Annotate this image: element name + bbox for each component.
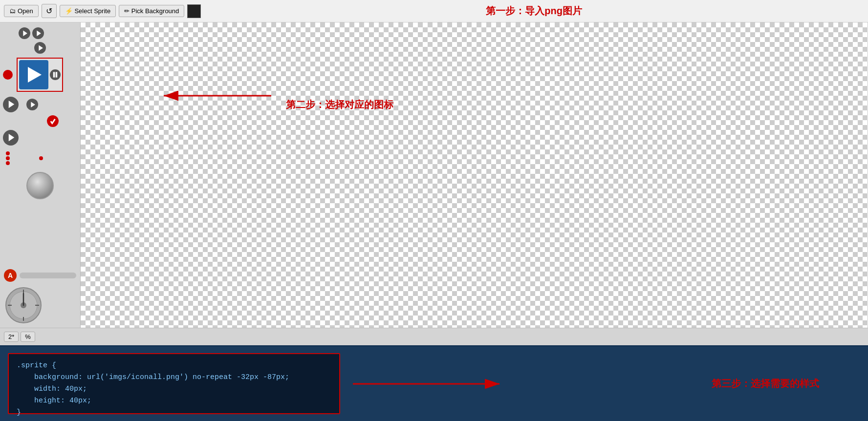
animation-button[interactable]: A (4, 269, 17, 282)
zoom-2x-button[interactable]: 2* (4, 332, 19, 342)
sprite-icon-check[interactable] (47, 115, 59, 127)
open-label: Open (18, 7, 33, 15)
pick-bg-label: ✏ Pick Background (124, 7, 179, 15)
code-line-5: } (17, 407, 331, 419)
pick-background-button[interactable]: ✏ Pick Background (119, 5, 184, 17)
svg-rect-5 (56, 72, 58, 77)
sprite-icon-play-5[interactable] (26, 99, 38, 110)
folder-icon: 🗂 (9, 7, 16, 15)
page-title: 第一步：导入png图片 (204, 4, 864, 18)
sprite-row-dots3 (3, 161, 77, 165)
sprite-row-2 (3, 41, 77, 55)
toolbar: 🗂 Open ↺ ⚡ Select Sprite ✏ Pick Backgrou… (0, 0, 868, 22)
refresh-button[interactable]: ↺ (42, 4, 57, 18)
zoom-percent-button[interactable]: % (21, 332, 35, 342)
canvas-area: 第二步：选择对应的图标 (81, 22, 868, 328)
svg-marker-3 (28, 67, 42, 83)
svg-marker-8 (9, 134, 15, 141)
sprite-row-dots2 (3, 156, 77, 160)
code-box: .sprite { background: url('imgs/iconall.… (8, 353, 340, 414)
svg-marker-6 (9, 101, 15, 108)
pause-button[interactable] (50, 69, 61, 80)
code-arrow-area: 第三步：选择需要的样式 (348, 346, 868, 421)
left-panel: A (0, 22, 81, 328)
sprite-icon-record[interactable] (3, 70, 13, 80)
sprite-icon-play-6[interactable] (3, 130, 19, 146)
svg-marker-0 (23, 30, 27, 36)
sprite-icon-play-4[interactable] (3, 97, 19, 112)
zoom-bar: 2* % (0, 328, 868, 345)
sprite-row-5 (3, 115, 77, 127)
sprite-icon-label: ⚡ Select Sprite (65, 7, 110, 15)
svg-marker-1 (37, 30, 41, 36)
sprite-row-1 (3, 26, 77, 40)
slider-area: A (0, 267, 80, 284)
svg-marker-2 (39, 45, 43, 51)
open-button[interactable]: 🗂 Open (4, 5, 39, 17)
color-swatch[interactable] (187, 4, 201, 18)
svg-marker-7 (31, 102, 35, 107)
code-line-4: height: 40px; (17, 395, 331, 407)
red-dot-4 (6, 161, 10, 165)
dial-gauge[interactable] (4, 286, 43, 325)
red-dot-2 (6, 156, 10, 160)
red-dot-3 (39, 156, 43, 160)
code-line-2: background: url('imgs/iconall.png') no-r… (17, 372, 331, 383)
code-line-3: width: 40px; (17, 383, 331, 395)
lower-area: .sprite { background: url('imgs/iconall.… (0, 345, 868, 421)
selected-sprite-inner[interactable] (19, 60, 48, 89)
sprite-icon-play-3[interactable] (34, 42, 46, 54)
slider-track[interactable] (20, 273, 76, 278)
sprite-row-3 (3, 58, 77, 92)
sprite-row-dots (3, 151, 77, 155)
step3-arrow-svg (348, 372, 543, 396)
dial-area (0, 284, 80, 328)
red-dot-1 (6, 151, 10, 155)
sprite-grid (0, 22, 80, 267)
selected-sprite-box (17, 58, 63, 92)
code-panel: .sprite { background: url('imgs/iconall.… (0, 345, 868, 421)
sprite-icon-play-2[interactable] (32, 27, 44, 39)
refresh-icon: ↺ (46, 6, 52, 16)
step2-arrow-svg (159, 81, 276, 110)
step2-label: 第二步：选择对应的图标 (286, 98, 393, 111)
main-area: A (0, 22, 868, 328)
step3-label: 第三步：选择需要的样式 (712, 377, 819, 390)
svg-rect-4 (53, 72, 55, 77)
select-sprite-button[interactable]: ⚡ Select Sprite (60, 5, 116, 17)
code-line-1: .sprite { (17, 360, 331, 372)
sprite-icon-play-1[interactable] (19, 27, 30, 39)
sprite-row-6 (3, 130, 77, 146)
circle-icon-large[interactable] (26, 172, 54, 199)
sprite-row-4 (3, 97, 77, 112)
large-circle-container (3, 170, 77, 201)
